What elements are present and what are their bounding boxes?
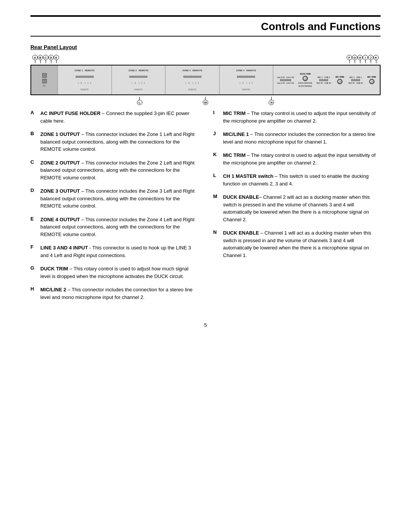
diagram-body: AC ZONE 1 REMOTE L R 1 2 3 REMOTE (30, 65, 381, 95)
letter-c: C (43, 55, 48, 63)
item-g: G DUCK TRIM – This rotary control is use… (30, 265, 198, 280)
item-letter-j: J (213, 131, 220, 136)
item-text-l: CH 1 MASTER switch – This switch is used… (223, 173, 381, 187)
right-column: I MIC TRIM – The rotary control is used … (213, 110, 381, 307)
item-f: F LINE 3 AND 4 INPUT - This connector is… (30, 244, 198, 259)
item-letter-e: E (30, 216, 37, 222)
item-text-j: MIC/LINE 1 – This connector includes the… (223, 131, 381, 145)
letter-k: K (373, 55, 379, 63)
zone1-section: ZONE 1 REMOTE L R 1 2 3 REMOTE (58, 66, 112, 94)
item-b: B ZONE 1 OUTPUT – This connector include… (30, 131, 198, 153)
top-border (30, 15, 381, 17)
mic-line2-group: MIC 2 LINE 2 MIC IN LINE IN (317, 76, 331, 84)
item-i: I MIC TRIM – The rotary control is used … (213, 110, 381, 125)
diagram-right-section: Line 3 IN Line 4 IN Line 3 IN Line 4 IN … (273, 66, 380, 94)
item-letter-a: A (30, 110, 37, 115)
zone3-section: ZONE 3 REMOTE L R 1 2 3 REMOTE (166, 66, 220, 94)
item-letter-c: C (30, 159, 37, 165)
item-d: D ZONE 3 OUTPUT – This connector include… (30, 187, 198, 210)
item-letter-n: N (213, 229, 220, 235)
item-text-i: MIC TRIM – The rotary control is used to… (223, 110, 381, 125)
letter-h: H (357, 55, 363, 63)
mic-trim-ch2-group: MIC TRIM (335, 76, 344, 84)
letter-l: L (137, 97, 142, 105)
item-l: L CH 1 MASTER switch – This switch is us… (213, 173, 381, 187)
letter-b: B (38, 55, 43, 63)
item-h: H MIC/LINE 2 – This connector includes t… (30, 286, 198, 301)
mic-line1-group: MIC 1 LINE 1 MIC IN LINE IN (349, 76, 363, 84)
letter-m: M (203, 97, 208, 105)
item-a: A AC INPUT FUSE HOLDER – Connect the sup… (30, 110, 198, 125)
duck-trim-group: DUCK TRIM DUCK MASTER DUCK ENABLE (298, 73, 312, 87)
item-letter-k: K (213, 152, 220, 157)
item-letter-d: D (30, 187, 37, 193)
page-title: Controls and Functions (30, 21, 381, 37)
letter-i: I (363, 55, 368, 63)
letter-j: J (368, 55, 373, 63)
letter-d: D (48, 55, 54, 63)
item-text-m: DUCK ENABLE– Channel 2 will act as a duc… (223, 193, 381, 223)
item-text-g: DUCK TRIM – This rotary control is used … (40, 265, 198, 280)
item-text-n: DUCK ENABLE – Channel 1 will act as a du… (223, 229, 381, 259)
left-column: A AC INPUT FUSE HOLDER – Connect the sup… (30, 110, 198, 307)
item-text-f: LINE 3 AND 4 INPUT - This connector is u… (40, 244, 198, 259)
rear-panel-diagram: A B C D E F (30, 55, 381, 106)
diagram-power-section: AC (31, 66, 58, 94)
item-text-a: AC INPUT FUSE HOLDER – Connect the suppl… (40, 110, 198, 125)
item-letter-l: L (213, 173, 220, 178)
item-e: E ZONE 4 OUTPUT – This connector include… (30, 216, 198, 238)
letter-f: F (347, 55, 352, 63)
content-area: A AC INPUT FUSE HOLDER – Connect the sup… (30, 110, 381, 307)
letter-e: E (54, 55, 59, 63)
item-n: N DUCK ENABLE – Channel 1 will act as a … (213, 229, 381, 259)
item-j: J MIC/LINE 1 – This connector includes t… (213, 131, 381, 145)
item-letter-f: F (30, 244, 37, 250)
item-letter-b: B (30, 131, 37, 136)
item-text-b: ZONE 1 OUTPUT – This connector includes … (40, 131, 198, 153)
letter-n: N (269, 97, 274, 105)
item-letter-g: G (30, 265, 37, 271)
zone2-section: ZONE 2 REMOTE L R 1 2 3 REMOTE (112, 66, 166, 94)
item-letter-i: I (213, 110, 220, 115)
mic-trim-ch1-group: MIC TRIM (367, 76, 376, 84)
line-input-group: Line 3 IN Line 4 IN Line 3 IN Line 4 IN (277, 76, 294, 84)
item-text-e: ZONE 4 OUTPUT – This connector includes … (40, 216, 198, 238)
item-text-h: MIC/LINE 2 – This connector includes the… (40, 286, 198, 301)
diagram-top-letters: A B C D E F (30, 55, 381, 63)
item-letter-m: M (213, 193, 220, 199)
letter-g: G (352, 55, 357, 63)
page: Controls and Functions Rear Panel Layout… (0, 0, 411, 532)
item-m: M DUCK ENABLE– Channel 2 will act as a d… (213, 193, 381, 223)
letter-a: A (32, 55, 38, 63)
item-text-d: ZONE 3 OUTPUT – This connector includes … (40, 187, 198, 210)
zone4-section: ZONE 4 REMOTE L R 1 2 3 REMOTE (220, 66, 274, 94)
section-heading: Rear Panel Layout (30, 44, 381, 50)
page-number: 5 (30, 322, 381, 328)
item-text-c: ZONE 2 OUTPUT – This connector includes … (40, 159, 198, 182)
diagram-bottom-letters: L M N (30, 96, 381, 106)
item-text-k: MIC TRIM – The rotary control is used to… (223, 152, 381, 166)
item-k: K MIC TRIM – The rotary control is used … (213, 152, 381, 166)
item-letter-h: H (30, 286, 37, 292)
item-c: C ZONE 2 OUTPUT – This connector include… (30, 159, 198, 182)
